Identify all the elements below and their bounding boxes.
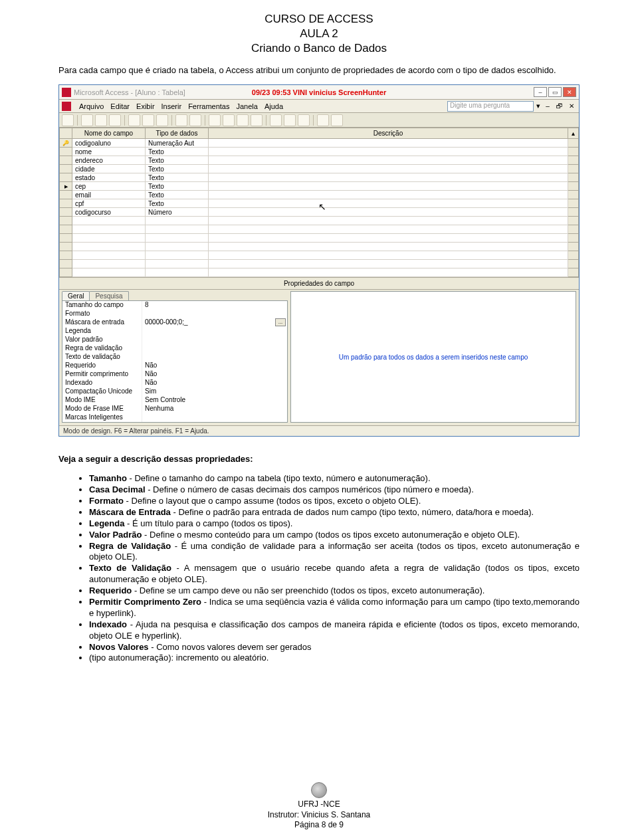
property-row[interactable]: Marcas Inteligentes	[62, 413, 287, 422]
property-value[interactable]	[142, 336, 287, 344]
field-name-cell[interactable]: cidade	[72, 165, 146, 173]
grid-scroll-up-icon[interactable]: ▴	[568, 128, 579, 139]
scroll-track[interactable]	[568, 217, 579, 225]
table-row[interactable]: cepTexto	[60, 182, 579, 191]
row-selector[interactable]	[60, 156, 72, 165]
scroll-track[interactable]	[568, 148, 579, 156]
property-value[interactable]	[142, 310, 287, 318]
toolbar-key-icon[interactable]	[209, 114, 221, 126]
toolbar-copy-icon[interactable]	[142, 114, 154, 126]
property-row[interactable]: IndexadoNão	[62, 379, 287, 387]
property-row[interactable]: Modo de Frase IMENenhuma	[62, 405, 287, 413]
table-row[interactable]: enderecoTexto	[60, 156, 579, 165]
field-name-cell[interactable]	[72, 268, 146, 277]
field-type-cell[interactable]: Texto	[146, 191, 209, 199]
property-row[interactable]: Legenda	[62, 327, 287, 336]
scroll-track[interactable]	[568, 268, 579, 277]
toolbar-help-icon[interactable]	[331, 114, 343, 126]
field-type-cell[interactable]	[146, 234, 209, 243]
scroll-track[interactable]	[568, 156, 579, 165]
property-value[interactable]	[142, 353, 287, 362]
field-name-cell[interactable]	[72, 251, 146, 260]
field-name-cell[interactable]: nome	[72, 148, 146, 156]
menu-janela[interactable]: Janela	[236, 102, 257, 110]
row-selector[interactable]	[60, 139, 72, 148]
row-selector[interactable]	[60, 243, 72, 251]
row-selector[interactable]	[60, 191, 72, 199]
field-type-cell[interactable]	[146, 260, 209, 268]
scroll-track[interactable]	[568, 139, 579, 148]
field-name-cell[interactable]	[72, 217, 146, 225]
scroll-track[interactable]	[568, 260, 579, 268]
toolbar-undo-icon[interactable]	[175, 114, 187, 126]
builder-button[interactable]: ...	[275, 318, 286, 326]
toolbar-view-icon[interactable]	[62, 114, 74, 126]
property-value[interactable]: Não	[142, 379, 287, 387]
property-value[interactable]: Sim	[142, 387, 287, 396]
field-name-cell[interactable]	[72, 225, 146, 234]
scroll-track[interactable]	[568, 225, 579, 234]
mdi-close-button[interactable]: ✕	[567, 102, 576, 111]
scroll-track[interactable]	[568, 199, 579, 208]
property-row[interactable]: Modo IMESem Controle	[62, 396, 287, 405]
toolbar-database-icon[interactable]	[298, 114, 310, 126]
row-selector[interactable]	[60, 208, 72, 217]
toolbar-cut-icon[interactable]	[128, 114, 140, 126]
menu-inserir[interactable]: Inserir	[161, 102, 182, 110]
property-value[interactable]: Nenhuma	[142, 405, 287, 413]
table-row[interactable]: codigoalunoNumeração Aut	[60, 139, 579, 148]
menu-arquivo[interactable]: Arquivo	[79, 102, 104, 110]
minimize-button[interactable]: –	[534, 87, 547, 97]
field-type-cell[interactable]	[146, 268, 209, 277]
toolbar-indexes-icon[interactable]	[223, 114, 235, 126]
toolbar-save-icon[interactable]	[81, 114, 93, 126]
field-type-cell[interactable]	[146, 217, 209, 225]
row-selector[interactable]	[60, 182, 72, 191]
property-row[interactable]: Formato	[62, 310, 287, 318]
property-row[interactable]: Valor padrão	[62, 336, 287, 344]
toolbar-build-icon[interactable]	[284, 114, 296, 126]
table-row[interactable]: cpfTexto	[60, 199, 579, 208]
field-type-cell[interactable]	[146, 251, 209, 260]
table-row[interactable]: cidadeTexto	[60, 165, 579, 173]
field-type-cell[interactable]: Texto	[146, 165, 209, 173]
table-row[interactable]	[60, 268, 579, 277]
field-desc-cell[interactable]	[209, 260, 568, 268]
toolbar-paste-icon[interactable]	[156, 114, 168, 126]
ask-dropdown-icon[interactable]: ▾	[536, 102, 540, 110]
field-name-cell[interactable]: endereco	[72, 156, 146, 165]
table-row[interactable]	[60, 251, 579, 260]
toolbar-redo-icon[interactable]	[189, 114, 201, 126]
table-row[interactable]: emailTexto	[60, 191, 579, 199]
field-desc-cell[interactable]	[209, 217, 568, 225]
scroll-track[interactable]	[568, 234, 579, 243]
menu-exibir[interactable]: Exibir	[136, 102, 155, 110]
row-selector[interactable]	[60, 268, 72, 277]
property-value[interactable]: 00000-000;0;_...	[142, 318, 287, 327]
scroll-track[interactable]	[568, 165, 579, 173]
row-selector[interactable]	[60, 225, 72, 234]
row-selector[interactable]	[60, 165, 72, 173]
row-selector[interactable]	[60, 217, 72, 225]
toolbar-properties-icon[interactable]	[270, 114, 282, 126]
toolbar-print-icon[interactable]	[95, 114, 107, 126]
field-desc-cell[interactable]	[209, 225, 568, 234]
property-row[interactable]: Regra de validação	[62, 344, 287, 353]
field-type-cell[interactable]	[146, 243, 209, 251]
property-value[interactable]	[142, 327, 287, 336]
toolbar-preview-icon[interactable]	[109, 114, 121, 126]
field-name-cell[interactable]: codigocurso	[72, 208, 146, 217]
field-desc-cell[interactable]	[209, 191, 568, 199]
scroll-track[interactable]	[568, 243, 579, 251]
field-desc-cell[interactable]	[209, 165, 568, 173]
field-desc-cell[interactable]	[209, 234, 568, 243]
field-type-cell[interactable]: Texto	[146, 156, 209, 165]
field-name-cell[interactable]	[72, 260, 146, 268]
scroll-track[interactable]	[568, 191, 579, 199]
field-type-cell[interactable]: Texto	[146, 148, 209, 156]
field-name-cell[interactable]: cep	[72, 182, 146, 191]
field-type-cell[interactable]: Texto	[146, 199, 209, 208]
field-desc-cell[interactable]	[209, 268, 568, 277]
table-row[interactable]	[60, 243, 579, 251]
property-row[interactable]: Permitir comprimento zeroNão	[62, 370, 287, 379]
